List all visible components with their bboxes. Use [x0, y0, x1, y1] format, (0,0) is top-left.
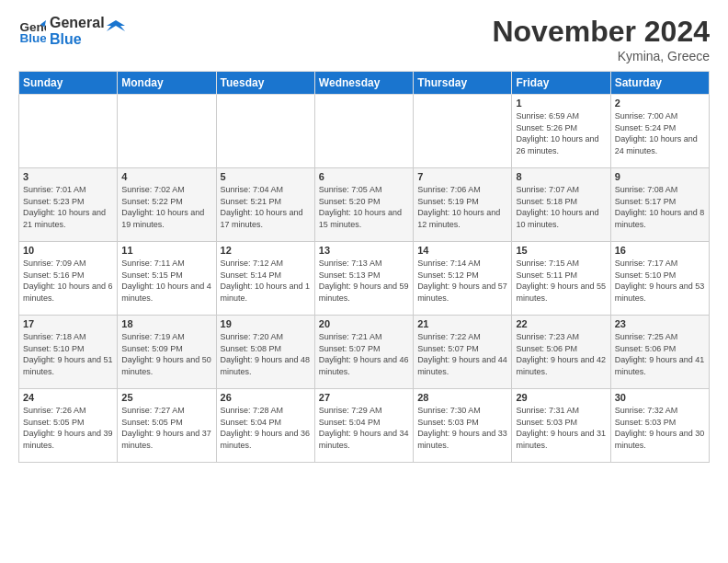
- day-number: 8: [516, 171, 606, 182]
- calendar-cell: 10Sunrise: 7:09 AM Sunset: 5:16 PM Dayli…: [19, 242, 118, 316]
- calendar-cell: [216, 95, 314, 168]
- calendar-cell: 5Sunrise: 7:04 AM Sunset: 5:21 PM Daylig…: [216, 168, 314, 242]
- day-number: 16: [615, 245, 705, 256]
- day-number: 30: [615, 392, 705, 403]
- day-info: Sunrise: 7:06 AM Sunset: 5:19 PM Dayligh…: [417, 184, 507, 230]
- calendar-cell: 15Sunrise: 7:15 AM Sunset: 5:11 PM Dayli…: [512, 242, 610, 316]
- header: General Blue General Blue November 2024 …: [18, 15, 710, 63]
- day-info: Sunrise: 7:19 AM Sunset: 5:09 PM Dayligh…: [121, 331, 211, 377]
- day-info: Sunrise: 7:22 AM Sunset: 5:07 PM Dayligh…: [417, 331, 507, 377]
- day-number: 2: [615, 98, 705, 109]
- calendar-cell: 25Sunrise: 7:27 AM Sunset: 5:05 PM Dayli…: [118, 389, 216, 463]
- calendar-cell: 29Sunrise: 7:31 AM Sunset: 5:03 PM Dayli…: [512, 389, 610, 463]
- day-number: 12: [221, 245, 311, 256]
- day-info: Sunrise: 7:23 AM Sunset: 5:06 PM Dayligh…: [516, 331, 606, 377]
- calendar-cell: 11Sunrise: 7:11 AM Sunset: 5:15 PM Dayli…: [118, 242, 216, 316]
- day-info: Sunrise: 7:08 AM Sunset: 5:17 PM Dayligh…: [615, 184, 705, 230]
- day-info: Sunrise: 7:21 AM Sunset: 5:07 PM Dayligh…: [319, 331, 409, 377]
- location: Kymina, Greece: [492, 49, 710, 63]
- day-number: 15: [516, 245, 606, 256]
- calendar-cell: 1Sunrise: 6:59 AM Sunset: 5:26 PM Daylig…: [512, 95, 610, 168]
- calendar-cell: 20Sunrise: 7:21 AM Sunset: 5:07 PM Dayli…: [314, 316, 413, 389]
- day-number: 24: [23, 392, 113, 403]
- day-number: 20: [319, 318, 409, 329]
- day-number: 26: [221, 392, 311, 403]
- day-info: Sunrise: 7:20 AM Sunset: 5:08 PM Dayligh…: [221, 331, 311, 377]
- day-number: 5: [221, 171, 311, 182]
- day-number: 14: [417, 245, 507, 256]
- month-title: November 2024: [492, 15, 710, 49]
- day-info: Sunrise: 7:04 AM Sunset: 5:21 PM Dayligh…: [221, 184, 311, 230]
- calendar-cell: 2Sunrise: 7:00 AM Sunset: 5:24 PM Daylig…: [610, 95, 709, 168]
- day-info: Sunrise: 7:09 AM Sunset: 5:16 PM Dayligh…: [23, 258, 113, 304]
- calendar-cell: 24Sunrise: 7:26 AM Sunset: 5:05 PM Dayli…: [19, 389, 118, 463]
- day-number: 9: [615, 171, 705, 182]
- logo-general: General: [50, 15, 105, 31]
- calendar-page: General Blue General Blue November 2024 …: [0, 0, 728, 563]
- day-info: Sunrise: 7:32 AM Sunset: 5:03 PM Dayligh…: [615, 405, 705, 451]
- svg-text:Blue: Blue: [20, 31, 47, 45]
- calendar-cell: 12Sunrise: 7:12 AM Sunset: 5:14 PM Dayli…: [216, 242, 314, 316]
- day-header-monday: Monday: [118, 72, 216, 95]
- logo: General Blue General Blue: [18, 15, 125, 47]
- week-row-3: 10Sunrise: 7:09 AM Sunset: 5:16 PM Dayli…: [19, 242, 710, 316]
- calendar-cell: [414, 95, 512, 168]
- calendar-cell: 30Sunrise: 7:32 AM Sunset: 5:03 PM Dayli…: [610, 389, 709, 463]
- calendar-cell: 26Sunrise: 7:28 AM Sunset: 5:04 PM Dayli…: [216, 389, 314, 463]
- calendar-cell: 13Sunrise: 7:13 AM Sunset: 5:13 PM Dayli…: [314, 242, 413, 316]
- day-number: 3: [23, 171, 113, 182]
- day-number: 23: [615, 318, 705, 329]
- day-number: 19: [221, 318, 311, 329]
- day-header-thursday: Thursday: [414, 72, 512, 95]
- calendar-cell: 6Sunrise: 7:05 AM Sunset: 5:20 PM Daylig…: [314, 168, 413, 242]
- calendar-cell: 4Sunrise: 7:02 AM Sunset: 5:22 PM Daylig…: [118, 168, 216, 242]
- day-info: Sunrise: 7:01 AM Sunset: 5:23 PM Dayligh…: [23, 184, 113, 230]
- calendar-cell: 14Sunrise: 7:14 AM Sunset: 5:12 PM Dayli…: [414, 242, 512, 316]
- day-number: 21: [417, 318, 507, 329]
- day-info: Sunrise: 7:26 AM Sunset: 5:05 PM Dayligh…: [23, 405, 113, 451]
- day-number: 7: [417, 171, 507, 182]
- day-header-sunday: Sunday: [19, 72, 118, 95]
- day-info: Sunrise: 7:12 AM Sunset: 5:14 PM Dayligh…: [221, 258, 311, 304]
- logo-icon: General Blue: [18, 17, 46, 45]
- day-info: Sunrise: 7:13 AM Sunset: 5:13 PM Dayligh…: [319, 258, 409, 304]
- day-header-wednesday: Wednesday: [314, 72, 413, 95]
- day-info: Sunrise: 7:31 AM Sunset: 5:03 PM Dayligh…: [516, 405, 606, 451]
- calendar-table: SundayMondayTuesdayWednesdayThursdayFrid…: [18, 71, 710, 463]
- calendar-cell: 17Sunrise: 7:18 AM Sunset: 5:10 PM Dayli…: [19, 316, 118, 389]
- calendar-cell: [118, 95, 216, 168]
- logo-blue: Blue: [50, 31, 105, 48]
- week-row-2: 3Sunrise: 7:01 AM Sunset: 5:23 PM Daylig…: [19, 168, 710, 242]
- day-info: Sunrise: 7:00 AM Sunset: 5:24 PM Dayligh…: [615, 110, 705, 156]
- week-row-4: 17Sunrise: 7:18 AM Sunset: 5:10 PM Dayli…: [19, 316, 710, 389]
- calendar-cell: 3Sunrise: 7:01 AM Sunset: 5:23 PM Daylig…: [19, 168, 118, 242]
- day-info: Sunrise: 7:07 AM Sunset: 5:18 PM Dayligh…: [516, 184, 606, 230]
- day-info: Sunrise: 7:17 AM Sunset: 5:10 PM Dayligh…: [615, 258, 705, 304]
- day-info: Sunrise: 7:28 AM Sunset: 5:04 PM Dayligh…: [221, 405, 311, 451]
- logo-bird-icon: [107, 18, 125, 37]
- day-info: Sunrise: 7:30 AM Sunset: 5:03 PM Dayligh…: [417, 405, 507, 451]
- day-info: Sunrise: 7:02 AM Sunset: 5:22 PM Dayligh…: [121, 184, 211, 230]
- day-number: 22: [516, 318, 606, 329]
- calendar-cell: [19, 95, 118, 168]
- day-number: 29: [516, 392, 606, 403]
- day-info: Sunrise: 7:18 AM Sunset: 5:10 PM Dayligh…: [23, 331, 113, 377]
- day-number: 10: [23, 245, 113, 256]
- day-number: 6: [319, 171, 409, 182]
- calendar-cell: 21Sunrise: 7:22 AM Sunset: 5:07 PM Dayli…: [414, 316, 512, 389]
- week-row-5: 24Sunrise: 7:26 AM Sunset: 5:05 PM Dayli…: [19, 389, 710, 463]
- day-number: 13: [319, 245, 409, 256]
- day-header-saturday: Saturday: [610, 72, 709, 95]
- calendar-cell: [314, 95, 413, 168]
- svg-marker-3: [107, 20, 125, 31]
- day-number: 25: [121, 392, 211, 403]
- calendar-cell: 9Sunrise: 7:08 AM Sunset: 5:17 PM Daylig…: [610, 168, 709, 242]
- day-info: Sunrise: 7:27 AM Sunset: 5:05 PM Dayligh…: [121, 405, 211, 451]
- week-row-1: 1Sunrise: 6:59 AM Sunset: 5:26 PM Daylig…: [19, 95, 710, 168]
- calendar-cell: 8Sunrise: 7:07 AM Sunset: 5:18 PM Daylig…: [512, 168, 610, 242]
- day-info: Sunrise: 6:59 AM Sunset: 5:26 PM Dayligh…: [516, 110, 606, 156]
- header-row: SundayMondayTuesdayWednesdayThursdayFrid…: [19, 72, 710, 95]
- calendar-cell: 27Sunrise: 7:29 AM Sunset: 5:04 PM Dayli…: [314, 389, 413, 463]
- day-number: 1: [516, 98, 606, 109]
- calendar-cell: 19Sunrise: 7:20 AM Sunset: 5:08 PM Dayli…: [216, 316, 314, 389]
